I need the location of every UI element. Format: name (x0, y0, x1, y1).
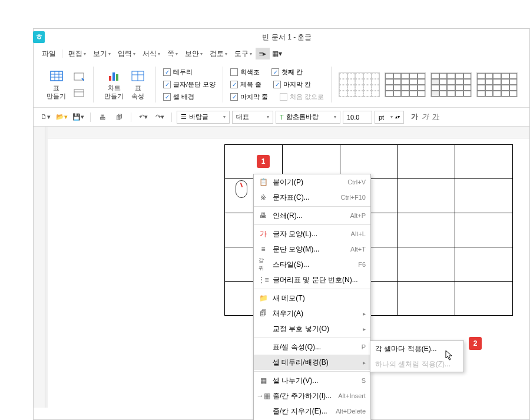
table-style-2[interactable] (385, 72, 426, 97)
bullets-icon: ⋮≡ (259, 276, 268, 284)
svg-rect-6 (74, 90, 84, 97)
redo-button[interactable]: ↷▾ (153, 110, 167, 124)
table-style-1[interactable] (339, 72, 380, 97)
menu-view[interactable]: 보기▾ (90, 47, 114, 61)
toolbar-secondary: 🗋▾ 📂▾ 💾▾ 🖶 🗐 ↶▾ ↷▾ ☰바탕글▾ 대표▾ T함초롬바탕▾ 10.… (34, 108, 529, 127)
unit-combo[interactable]: pt▾▴▾ (375, 111, 404, 124)
paste-icon: 📋 (259, 178, 268, 186)
bold-button[interactable]: 가 (411, 112, 418, 122)
menu-input[interactable]: 입력▾ (114, 47, 139, 61)
represent-combo[interactable]: 대표▾ (232, 111, 273, 124)
size-combo[interactable]: 10.0 (343, 111, 372, 124)
callout-marker-1: 1 (257, 155, 270, 168)
chart-icon (107, 69, 121, 83)
table-quick-2[interactable] (72, 86, 86, 100)
check-last-row[interactable]: ✓마지막 줄 (230, 92, 268, 101)
app-icon: ㅎ (33, 31, 45, 43)
table-make-button[interactable]: 표 만들기 (43, 67, 69, 102)
menu-tools[interactable]: 도구▾ (231, 47, 256, 61)
menu-page[interactable]: 쪽▾ (164, 47, 181, 61)
add-row-icon: →▦ (259, 392, 268, 400)
cm-cell-border-bg[interactable]: 셀 테두리/배경(B) ▸ (254, 355, 370, 370)
svg-rect-9 (112, 72, 115, 81)
menu-file[interactable]: 파일 (38, 47, 59, 61)
cm-para-shape[interactable]: ≡ 문단 모양(M)... Alt+T (254, 242, 370, 257)
table-props-icon (131, 69, 145, 83)
print-icon: 🖶 (259, 211, 268, 220)
table-quick-1[interactable] (72, 70, 86, 84)
style-icon: 갈퀴 (259, 257, 268, 272)
ruler-horizontal (48, 127, 529, 138)
view-mode-1[interactable]: ≡▸ (256, 48, 270, 59)
cm-del-row-col[interactable]: 줄/칸 지우기(E)... Alt+Delete (254, 404, 370, 419)
table-props-button[interactable]: 표 속성 (127, 67, 148, 102)
check-same-first: 처음 값으로 (280, 92, 324, 101)
char-table-icon: ※ (259, 193, 268, 201)
preview-button[interactable]: 🗐 (112, 110, 126, 124)
check-gray[interactable]: 회색조 (230, 68, 260, 77)
italic-button[interactable]: 가 (422, 112, 429, 122)
ruler-vertical (34, 127, 45, 408)
new-doc-button[interactable]: 🗋▾ (38, 110, 52, 124)
cm-table-cell-props[interactable]: 표/셀 속성(Q)... P (254, 339, 370, 355)
callout-marker-2: 2 (469, 337, 482, 350)
memo-icon: 📁 (259, 294, 268, 302)
check-last-col[interactable]: ✓마지막 칸 (273, 80, 311, 89)
cm-proof[interactable]: 교정 부호 넣기(O) ▸ (254, 321, 370, 336)
menu-edit[interactable]: 편집▾ (65, 47, 90, 61)
cm-bullets[interactable]: ⋮≡ 글머리표 및 문단 번호(N)... (254, 272, 370, 287)
context-menu: 📋 붙이기(P) Ctrl+V ※ 문자표(C)... Ctrl+F10 🖶 인… (253, 174, 371, 420)
undo-button[interactable]: ↶▾ (136, 110, 150, 124)
fill-icon: 🗐 (259, 309, 268, 318)
view-mode-2[interactable]: ▦▾ (270, 48, 284, 59)
mouse-cursor (445, 350, 455, 362)
style-combo[interactable]: ☰바탕글▾ (177, 111, 230, 124)
table-style-3[interactable] (430, 72, 472, 97)
check-first-col[interactable]: ✓첫째 칸 (271, 68, 303, 77)
cm-fill[interactable]: 🗐 채우기(A) ▸ (254, 306, 370, 321)
print-button[interactable]: 🖶 (95, 110, 110, 124)
split-cells-icon: ▦ (259, 376, 268, 385)
cm-split-cells[interactable]: ▦ 셀 나누기(V)... S (254, 373, 370, 388)
menu-security[interactable]: 보안▾ (181, 47, 206, 61)
check-char-para[interactable]: ✓글자/문단 모양 (163, 80, 216, 89)
mouse-indicator-icon (236, 180, 247, 198)
chart-make-button[interactable]: 차트 만들기 (101, 67, 127, 102)
cm-paste[interactable]: 📋 붙이기(P) Ctrl+V (254, 174, 370, 190)
svg-rect-10 (116, 74, 118, 81)
cm-char-table[interactable]: ※ 문자표(C)... Ctrl+F10 (254, 190, 370, 205)
table-styles-gallery[interactable] (339, 72, 518, 97)
table-icon (49, 69, 64, 83)
cm-style[interactable]: 갈퀴 스타일(S)... F6 (254, 257, 370, 272)
underline-button[interactable]: 가 (432, 112, 439, 122)
menu-format[interactable]: 서식▾ (139, 47, 164, 61)
open-button[interactable]: 📂▾ (55, 110, 69, 124)
ribbon: 표 만들기 차트 만들기 (34, 62, 529, 108)
cm-new-memo[interactable]: 📁 새 메모(T) (254, 290, 370, 306)
para-shape-icon: ≡ (259, 245, 268, 253)
font-combo[interactable]: T함초롬바탕▾ (276, 111, 340, 124)
check-cell-bg[interactable]: ✓셀 배경 (163, 92, 216, 101)
check-title-row[interactable]: ✓제목 줄 (230, 80, 261, 89)
menu-review[interactable]: 검토▾ (206, 47, 231, 61)
cm-char-shape[interactable]: 가 글자 모양(L)... Alt+L (254, 226, 370, 242)
table-style-4[interactable] (476, 72, 518, 97)
save-button[interactable]: 💾▾ (71, 110, 85, 124)
menu-bar: 파일 편집▾ 보기▾ 입력▾ 서식▾ 쪽▾ 보안▾ 검토▾ 도구▾ ≡▸ ▦▾ (34, 45, 529, 62)
svg-rect-8 (109, 76, 111, 81)
window-title: 빈 문서 1 - 훈글 (45, 32, 529, 42)
char-shape-icon: 가 (259, 229, 268, 239)
cm-add-row-col[interactable]: →▦ 줄/칸 추가하기(I)... Alt+Insert (254, 388, 370, 404)
svg-rect-0 (51, 71, 62, 81)
cm-print[interactable]: 🖶 인쇄(R)... Alt+P (254, 208, 370, 223)
check-border[interactable]: ✓테두리 (163, 68, 216, 77)
